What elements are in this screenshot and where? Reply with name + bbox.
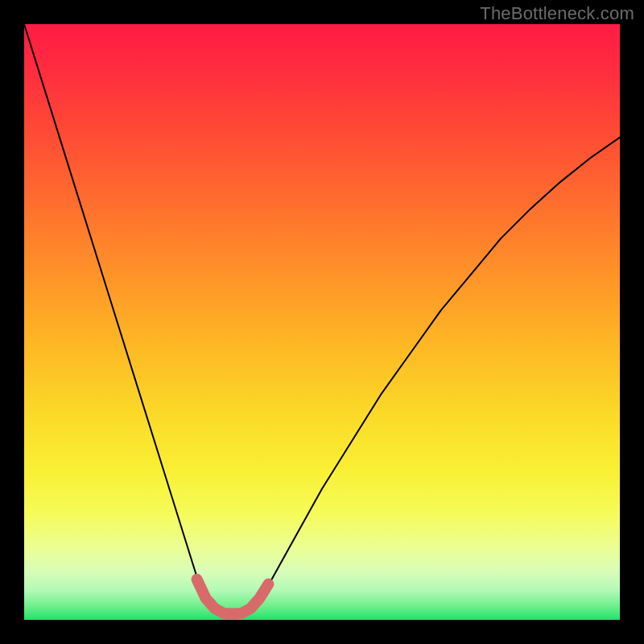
bottleneck-chart <box>0 0 644 644</box>
chart-frame: TheBottleneck.com <box>0 0 644 644</box>
watermark-text: TheBottleneck.com <box>480 3 634 24</box>
plot-background <box>24 24 620 620</box>
